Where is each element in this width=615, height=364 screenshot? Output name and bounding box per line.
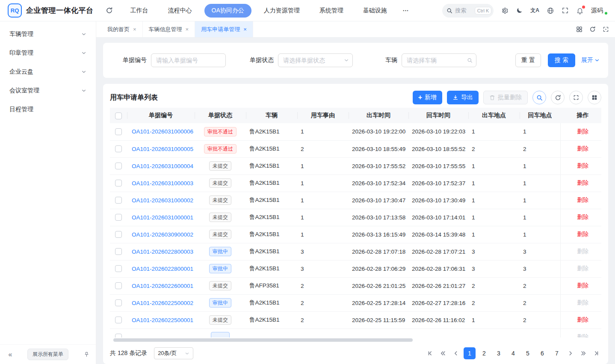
maximize-content-icon[interactable]: [603, 26, 609, 33]
row-checkbox[interactable]: [115, 180, 122, 186]
batch-delete-button[interactable]: 批量删除: [483, 91, 528, 104]
page-1[interactable]: 1: [464, 347, 476, 359]
delete-link[interactable]: 删除: [577, 197, 588, 203]
doc-no-link[interactable]: OA101-2026031000004: [132, 163, 193, 169]
row-checkbox-cell: [110, 123, 127, 140]
delete-link[interactable]: 删除: [577, 180, 588, 186]
dark-mode-moon-icon[interactable]: [516, 7, 523, 14]
translate-icon[interactable]: 文A: [530, 7, 539, 14]
notification-bell-icon[interactable]: [576, 7, 584, 15]
fullscreen-table-button[interactable]: [569, 91, 583, 104]
doc-no-link[interactable]: OA101-2026031000001: [132, 214, 193, 221]
delete-link[interactable]: 删除: [577, 128, 588, 135]
close-icon[interactable]: ×: [133, 27, 136, 32]
settings-gear-icon[interactable]: [501, 7, 509, 15]
search-button[interactable]: 搜 索: [548, 53, 575, 67]
table-row: 删除: [110, 328, 601, 337]
next-page-button[interactable]: [565, 347, 576, 359]
row-checkbox[interactable]: [115, 231, 122, 238]
doc-no-link[interactable]: OA101-2026022500002: [132, 300, 193, 306]
sidebar-item-1[interactable]: 车辆管理: [5, 25, 91, 44]
page-6[interactable]: 6: [536, 347, 548, 359]
sidebar-item-4[interactable]: 会议室管理: [5, 81, 91, 100]
expand-filters-link[interactable]: 展开: [581, 56, 600, 64]
show-all-menu-button[interactable]: 展示所有菜单: [27, 349, 68, 360]
row-checkbox[interactable]: [115, 282, 122, 289]
horizontal-scrollbar[interactable]: [110, 337, 601, 343]
delete-link[interactable]: 删除: [577, 214, 588, 220]
doc-no-link[interactable]: OA101-2026022800001: [132, 266, 193, 272]
forward-5-pages-button[interactable]: [578, 347, 588, 359]
delete-link[interactable]: 删除: [577, 317, 588, 323]
close-icon[interactable]: ×: [243, 27, 247, 32]
toggle-search-button[interactable]: [532, 91, 546, 104]
row-checkbox[interactable]: [115, 145, 122, 152]
layout-grid-icon[interactable]: [576, 26, 582, 33]
language-globe-icon[interactable]: [547, 7, 554, 15]
row-checkbox[interactable]: [115, 248, 122, 255]
delete-link[interactable]: 删除: [577, 145, 588, 152]
status-select[interactable]: [278, 53, 353, 67]
close-icon[interactable]: ×: [186, 27, 189, 32]
page-2[interactable]: 2: [478, 347, 490, 359]
delete-link[interactable]: 删除: [577, 231, 588, 237]
collapse-sidebar-button[interactable]: «: [6, 351, 15, 358]
brand[interactable]: RQ 企业管理一体化平台: [8, 3, 94, 18]
doc-no-link[interactable]: OA101-2026022800003: [132, 249, 193, 255]
prev-page-button[interactable]: [451, 347, 461, 359]
doc-no-link[interactable]: OA101-2026031000005: [132, 146, 193, 152]
sidebar-item-3[interactable]: 企业云盘: [5, 62, 91, 81]
row-checkbox[interactable]: [115, 128, 122, 135]
sidebar-item-2[interactable]: 印章管理: [5, 44, 91, 62]
select-all-checkbox[interactable]: [115, 112, 122, 119]
nav-item-5[interactable]: 系统管理: [312, 4, 351, 18]
row-checkbox[interactable]: [115, 214, 122, 221]
last-page-button[interactable]: [591, 347, 601, 359]
first-page-button[interactable]: [425, 347, 435, 359]
export-button[interactable]: 导出: [447, 91, 479, 104]
doc-no-input[interactable]: [151, 53, 226, 67]
sidebar-item-5[interactable]: 日程管理: [5, 100, 91, 119]
refresh-table-button[interactable]: [551, 91, 565, 104]
scrollbar-thumb[interactable]: [113, 338, 413, 342]
delete-link[interactable]: 删除: [577, 163, 588, 169]
column-settings-button[interactable]: [588, 91, 601, 104]
page-4[interactable]: 4: [507, 347, 519, 359]
vehicle-select[interactable]: [402, 53, 476, 67]
row-checkbox[interactable]: [115, 334, 122, 337]
doc-no-link[interactable]: OA101-2026031000006: [132, 128, 193, 135]
doc-no-link[interactable]: OA101-2026030900002: [132, 231, 193, 238]
doc-no-link[interactable]: OA101-2026031000002: [132, 197, 193, 204]
row-checkbox[interactable]: [115, 299, 122, 306]
user-avatar[interactable]: 源码: [591, 7, 607, 15]
doc-no-link[interactable]: OA101-2026022500001: [132, 317, 193, 323]
page-7[interactable]: 7: [551, 347, 563, 359]
add-button[interactable]: + 新增: [413, 91, 442, 104]
tab-2[interactable]: 车辆信息管理×: [143, 21, 195, 37]
row-checkbox[interactable]: [115, 197, 122, 204]
page-size-select[interactable]: 20条/页: [154, 347, 193, 359]
tab-3[interactable]: 用车申请单管理×: [195, 21, 253, 37]
delete-link[interactable]: 删除: [577, 282, 588, 289]
tab-1[interactable]: 我的首页×: [101, 21, 143, 37]
nav-item-1[interactable]: 工作台: [123, 4, 156, 18]
nav-item-2[interactable]: 流程中心: [161, 4, 199, 18]
nav-item-6[interactable]: 基础设施: [356, 4, 394, 18]
nav-item-4[interactable]: 人力资源管理: [257, 4, 307, 18]
back-5-pages-button[interactable]: [438, 347, 448, 359]
doc-no-link[interactable]: OA101-2026031000003: [132, 180, 193, 186]
page-3[interactable]: 3: [493, 347, 505, 359]
nav-more-button[interactable]: ···: [399, 4, 412, 17]
page-5[interactable]: 5: [522, 347, 534, 359]
nav-item-3[interactable]: OA协同办公: [204, 4, 251, 18]
row-checkbox[interactable]: [115, 163, 122, 169]
global-search[interactable]: 搜索 Ctrl K: [442, 4, 494, 18]
pin-icon[interactable]: [83, 351, 90, 358]
doc-no-link[interactable]: OA101-2026022600001: [132, 283, 193, 289]
row-checkbox[interactable]: [115, 265, 122, 272]
refresh-icon[interactable]: [106, 7, 113, 14]
refresh-page-icon[interactable]: [589, 26, 596, 33]
reset-button[interactable]: 重 置: [515, 53, 541, 67]
row-checkbox[interactable]: [115, 317, 122, 323]
fullscreen-icon[interactable]: [562, 7, 569, 14]
